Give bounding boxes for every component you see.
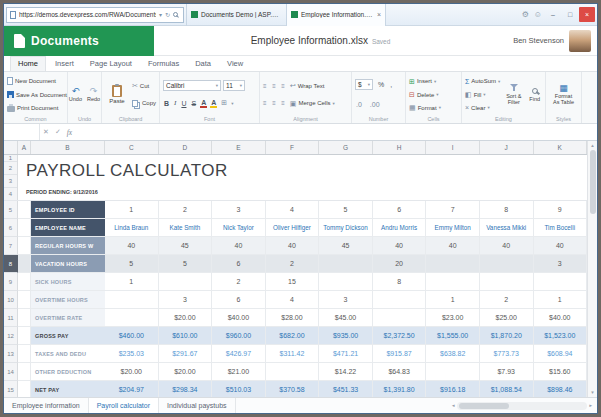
- cell-K14[interactable]: $15.60: [534, 363, 588, 381]
- print-document-button[interactable]: Print Document: [7, 102, 67, 114]
- row-header-5[interactable]: 5: [4, 201, 18, 219]
- row-header-14[interactable]: 14: [4, 363, 18, 381]
- format-as-table-button[interactable]: ▦ Format As Table: [549, 74, 578, 115]
- strikethrough-button[interactable]: S: [190, 100, 197, 107]
- cell-C13[interactable]: $235.03: [105, 345, 159, 363]
- cell-G14[interactable]: $14.22: [319, 363, 373, 381]
- horizontal-scroll-thumb[interactable]: [459, 403, 509, 409]
- cell-A9[interactable]: [18, 273, 31, 291]
- minimize-button[interactable]: –: [545, 7, 561, 22]
- cell-J7[interactable]: 40: [480, 237, 534, 255]
- cell-E6[interactable]: Nick Taylor: [212, 219, 266, 237]
- fill-button[interactable]: ◧ Fill ▾: [465, 89, 500, 101]
- row-label-8[interactable]: VACATION HOURS: [31, 255, 105, 273]
- cell-G10[interactable]: 3: [319, 291, 373, 309]
- cell-I7[interactable]: 40: [426, 237, 480, 255]
- documents-logo[interactable]: Documents: [4, 26, 154, 56]
- vertical-scrollbar[interactable]: ▲ ▼: [587, 141, 597, 397]
- ribbon-tab-formulas[interactable]: Formulas: [141, 57, 186, 71]
- column-header-D[interactable]: D: [159, 141, 213, 154]
- row-header-10[interactable]: 10: [4, 291, 18, 309]
- cell-C10[interactable]: [105, 291, 159, 309]
- ribbon-tab-insert[interactable]: Insert: [48, 57, 81, 71]
- ribbon-tab-view[interactable]: View: [220, 57, 250, 71]
- address-dropdown-icon[interactable]: ▾: [159, 11, 162, 18]
- cell-J5[interactable]: 8: [480, 201, 534, 219]
- font-color-button[interactable]: A: [200, 99, 207, 108]
- cell-C7[interactable]: 40: [105, 237, 159, 255]
- scroll-left-icon[interactable]: ◄: [451, 403, 455, 408]
- cell-K9[interactable]: [534, 273, 588, 291]
- row-header-11[interactable]: 11: [4, 309, 18, 327]
- cell-E12[interactable]: $960.00: [212, 327, 266, 345]
- cell-G13[interactable]: $471.21: [319, 345, 373, 363]
- cell-H14[interactable]: $64.83: [373, 363, 427, 381]
- cell-H7[interactable]: 40: [373, 237, 427, 255]
- cell-C8[interactable]: 5: [105, 255, 159, 273]
- scroll-up-icon[interactable]: ▲: [590, 141, 594, 150]
- cell-F7[interactable]: 40: [266, 237, 320, 255]
- cell-G5[interactable]: 5: [319, 201, 373, 219]
- payroll-title-cell[interactable]: PAYROLL CALCULATOR: [26, 161, 228, 181]
- select-all-corner[interactable]: [4, 141, 18, 154]
- percent-style-button[interactable]: %: [377, 81, 385, 88]
- cell-E14[interactable]: $21.00: [212, 363, 266, 381]
- row-label-5[interactable]: EMPLOYEE ID: [31, 201, 105, 219]
- cell-I11[interactable]: $23.00: [426, 309, 480, 327]
- tab-close-icon[interactable]: ×: [377, 11, 381, 18]
- cell-D6[interactable]: Kate Smith: [159, 219, 213, 237]
- row-header-12[interactable]: 12: [4, 327, 18, 345]
- cell-C12[interactable]: $460.00: [105, 327, 159, 345]
- row-header-4[interactable]: 4: [4, 188, 17, 200]
- row-header-9[interactable]: 9: [4, 273, 18, 291]
- cell-C6[interactable]: Linda Braun: [105, 219, 159, 237]
- borders-button[interactable]: ⊞: [220, 99, 228, 107]
- row-label-10[interactable]: OVERTIME HOURS: [31, 291, 105, 309]
- url-text[interactable]: https://demos.devexpress.com/RWA/Documen…: [19, 11, 156, 18]
- font-family-select[interactable]: Calibri ▾: [163, 80, 221, 91]
- cell-G6[interactable]: Tommy Dickson: [319, 219, 373, 237]
- merge-cells-button[interactable]: ▣ Merge Cells ▾: [290, 97, 335, 109]
- search-icon[interactable]: [173, 12, 178, 17]
- row-header-2[interactable]: 2: [4, 162, 17, 175]
- cell-D7[interactable]: 45: [159, 237, 213, 255]
- decrease-decimal-button[interactable]: .00: [369, 101, 381, 108]
- ribbon-tab-home[interactable]: Home: [10, 56, 46, 71]
- copy-button[interactable]: Copy: [132, 97, 156, 109]
- cell-C5[interactable]: 1: [105, 201, 159, 219]
- cell-J10[interactable]: 2: [480, 291, 534, 309]
- confirm-entry-icon[interactable]: ✓: [52, 128, 64, 136]
- cell-H10[interactable]: [373, 291, 427, 309]
- column-header-F[interactable]: F: [266, 141, 320, 154]
- undo-button[interactable]: ↶ Undo: [69, 74, 82, 115]
- cell-K5[interactable]: 9: [534, 201, 588, 219]
- sheet-tab-payroll-calculator[interactable]: Payroll calculator: [89, 398, 159, 413]
- cell-F10[interactable]: 4: [266, 291, 320, 309]
- row-header-13[interactable]: 13: [4, 345, 18, 363]
- column-header-J[interactable]: J: [480, 141, 534, 154]
- period-ending-cell[interactable]: PERIOD ENDING: 9/12/2016: [26, 189, 98, 195]
- wrap-text-button[interactable]: ↩ Wrap Text: [290, 80, 335, 92]
- horizontal-scroll-track[interactable]: [457, 402, 586, 410]
- redo-button[interactable]: ↷ Redo: [87, 74, 100, 115]
- cell-G8[interactable]: [319, 255, 373, 273]
- currency-format-button[interactable]: $ ▾: [355, 79, 373, 90]
- cell-J13[interactable]: $773.73: [480, 345, 534, 363]
- bold-button[interactable]: B: [163, 100, 170, 107]
- row-header-6[interactable]: 6: [4, 219, 18, 237]
- cut-button[interactable]: ✂ Cut: [132, 80, 156, 92]
- cell-I8[interactable]: [426, 255, 480, 273]
- cell-A7[interactable]: [18, 237, 31, 255]
- cell-A13[interactable]: [18, 345, 31, 363]
- cell-K6[interactable]: Tim Bocelli: [534, 219, 588, 237]
- row-header-1[interactable]: 1: [4, 155, 17, 162]
- cell-J6[interactable]: Vanessa Mikki: [480, 219, 534, 237]
- cell-H13[interactable]: $915.87: [373, 345, 427, 363]
- column-header-A[interactable]: A: [18, 141, 31, 154]
- cell-G7[interactable]: 45: [319, 237, 373, 255]
- scroll-down-icon[interactable]: ▼: [590, 388, 594, 397]
- cell-E13[interactable]: $426.97: [212, 345, 266, 363]
- user-box[interactable]: Ben Stevenson: [513, 30, 597, 52]
- cell-C11[interactable]: [105, 309, 159, 327]
- row-label-6[interactable]: EMPLOYEE NAME: [31, 219, 105, 237]
